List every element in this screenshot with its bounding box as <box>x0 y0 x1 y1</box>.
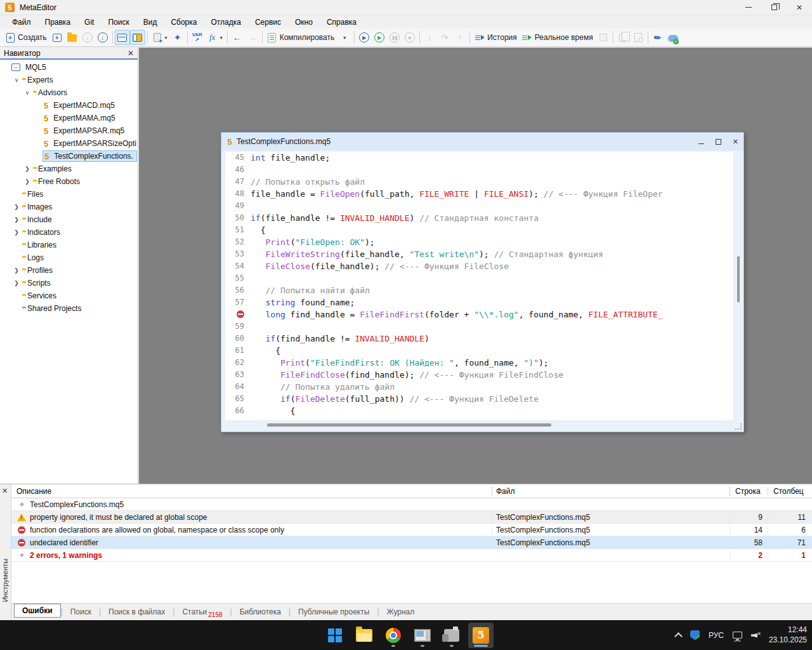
menu-Вид[interactable]: Вид <box>136 17 164 28</box>
dropdown-caret-icon[interactable]: ▾ <box>220 35 223 41</box>
tree-item-services[interactable]: Services <box>0 289 138 302</box>
line-number[interactable]: 66 <box>225 405 251 417</box>
menu-Сборка[interactable]: Сборка <box>164 17 204 28</box>
window-app-icon[interactable] <box>410 623 435 648</box>
new-file-button[interactable]: +Создать <box>3 30 49 45</box>
compile-button[interactable]: Компилировать <box>265 30 337 45</box>
line-number[interactable]: 57 <box>225 296 251 308</box>
snippets-button[interactable]: ▾ <box>150 30 170 45</box>
toolbox-tab-публичные-проекты[interactable]: Публичные проекты <box>291 606 377 618</box>
run-button[interactable]: ▶ <box>372 30 387 45</box>
chrome-icon[interactable] <box>381 623 406 648</box>
start-button[interactable] <box>322 623 348 648</box>
code-text[interactable]: int file_handle; <box>251 152 733 164</box>
tree-item-expertmapsar-mq5[interactable]: 5ExpertMAPSAR.mq5 <box>0 124 138 137</box>
back-button[interactable]: ← <box>230 30 245 45</box>
language-indicator[interactable]: РУС <box>709 631 724 640</box>
toolbox-close-icon[interactable]: ✕ <box>2 487 8 495</box>
code-text[interactable]: if(find_handle != INVALID_HANDLE) <box>251 333 733 345</box>
download-all-button[interactable]: ↓ <box>95 30 110 45</box>
tree-item-examples[interactable]: ❯Examples <box>0 162 138 175</box>
frame-button[interactable] <box>596 30 611 45</box>
key-button[interactable]: ✎ <box>650 30 665 45</box>
tree-item-indicators[interactable]: ❯Indicators <box>0 226 138 239</box>
line-number[interactable]: 49 <box>225 200 251 212</box>
tree-expander-icon[interactable]: ❯ <box>23 166 32 172</box>
line-number[interactable]: 63 <box>225 369 251 381</box>
download-button[interactable]: ↓ <box>80 30 95 45</box>
step-into-button[interactable]: ↓ <box>422 30 437 45</box>
pause-button[interactable]: ▮▮ <box>387 30 402 45</box>
line-number[interactable]: 50 <box>225 212 251 224</box>
error-row[interactable]: undeclared identifierTestComplexFunction… <box>11 536 812 549</box>
line-number[interactable]: 64 <box>225 381 251 393</box>
ai-assistant-button[interactable]: ✦ <box>170 30 185 45</box>
line-number[interactable]: 54 <box>225 260 251 272</box>
code-text[interactable]: { <box>251 405 733 417</box>
tree-item-expertmapsarsizeopti[interactable]: 5ExpertMAPSARSizeOpti <box>0 137 138 150</box>
metaeditor-icon[interactable]: 5 <box>468 623 494 648</box>
toolbox-tab-библиотека[interactable]: Библиотека <box>232 606 289 618</box>
column-file[interactable]: Файл <box>492 487 730 496</box>
toolbox-tab-статьи[interactable]: Статьи2158 <box>174 606 230 618</box>
tree-item-advisors[interactable]: ∨Advisors <box>0 86 138 99</box>
code-text[interactable]: { <box>251 345 733 357</box>
code-text[interactable]: { <box>251 224 733 236</box>
column-col[interactable]: Столбец <box>768 487 812 496</box>
menu-Отладка[interactable]: Отладка <box>204 17 247 28</box>
tree-expander-icon[interactable]: ❯ <box>12 280 21 286</box>
line-number[interactable]: 46 <box>225 164 251 176</box>
line-number[interactable]: 61 <box>225 345 251 357</box>
editor-horizontal-scrollbar[interactable] <box>251 423 724 427</box>
code-text[interactable]: // Попытка удалить файл <box>251 381 733 393</box>
code-text[interactable]: string found_name; <box>251 296 733 308</box>
network-icon[interactable] <box>733 632 742 639</box>
tray-chevron-icon[interactable] <box>674 632 683 640</box>
tree-item-include[interactable]: ❯Include <box>0 213 138 226</box>
editor-minimize-icon[interactable] <box>698 143 704 144</box>
column-description[interactable]: Описание <box>11 487 492 496</box>
tree-item-scripts[interactable]: ❯Scripts <box>0 277 138 289</box>
menu-Файл[interactable]: Файл <box>5 17 38 28</box>
error-row[interactable]: 2 errors, 1 warnings21 <box>11 549 812 562</box>
menu-Окно[interactable]: Окно <box>288 17 320 28</box>
dropdown-caret-icon[interactable]: ▾ <box>165 35 167 41</box>
forward-button[interactable]: → <box>245 30 260 45</box>
cloud-sync-button[interactable] <box>665 30 681 45</box>
code-text[interactable]: FileClose(file_handle); // <--- Функция … <box>251 260 733 272</box>
tree-expander-icon[interactable]: ❯ <box>12 229 21 235</box>
code-text[interactable]: if(file_handle != INVALID_HANDLE) // Ста… <box>251 212 733 224</box>
editor-title-bar[interactable]: 5 TestComplexFunctions.mq5 ✕ <box>221 133 743 150</box>
step-over-button[interactable]: ↷ <box>437 30 452 45</box>
tree-item-logs[interactable]: Logs <box>0 251 138 264</box>
line-number[interactable]: 65 <box>225 393 251 405</box>
line-number[interactable]: 51 <box>225 224 251 236</box>
function-list-button[interactable]: fx▾ <box>205 30 225 45</box>
tool-app-icon[interactable] <box>439 623 464 648</box>
code-text[interactable] <box>251 164 733 176</box>
code-text[interactable] <box>251 321 733 333</box>
tree-item-expertmacd-mq5[interactable]: 5ExpertMACD.mq5 <box>0 99 138 112</box>
stop-button[interactable]: ■ <box>402 30 417 45</box>
tree-expander-icon[interactable]: ❯ <box>12 204 21 210</box>
line-number[interactable]: 52 <box>225 236 251 248</box>
editor-vertical-scrollbar[interactable] <box>735 152 742 420</box>
restore-button[interactable] <box>761 0 787 15</box>
code-text[interactable] <box>251 200 733 212</box>
tree-item-experts[interactable]: ∨Experts <box>0 74 138 86</box>
code-text[interactable]: Print("FileFindFirst: OK (Найден: ", fou… <box>251 357 733 369</box>
volume-muted-icon[interactable] <box>751 632 760 639</box>
layout-toggle-button[interactable] <box>115 30 130 45</box>
code-text[interactable]: FileWriteString(file_handle, "Test write… <box>251 248 733 260</box>
menu-Поиск[interactable]: Поиск <box>101 17 136 28</box>
line-number[interactable]: 47 <box>225 176 251 188</box>
toolbox-tab-ошибки[interactable]: Ошибки <box>14 604 61 618</box>
line-number[interactable]: 45 <box>225 152 251 164</box>
toolbox-tab-поиск[interactable]: Поиск <box>63 606 99 618</box>
tree-item-images[interactable]: ❯Images <box>0 201 138 213</box>
tree-item-files[interactable]: Files <box>0 188 138 201</box>
code-text[interactable]: FileFindClose(find_handle); // <--- Функ… <box>251 369 733 381</box>
tree-expander-icon[interactable]: ❯ <box>23 178 32 185</box>
open-folder-button[interactable] <box>65 30 80 45</box>
history-button[interactable]: История <box>472 30 520 45</box>
